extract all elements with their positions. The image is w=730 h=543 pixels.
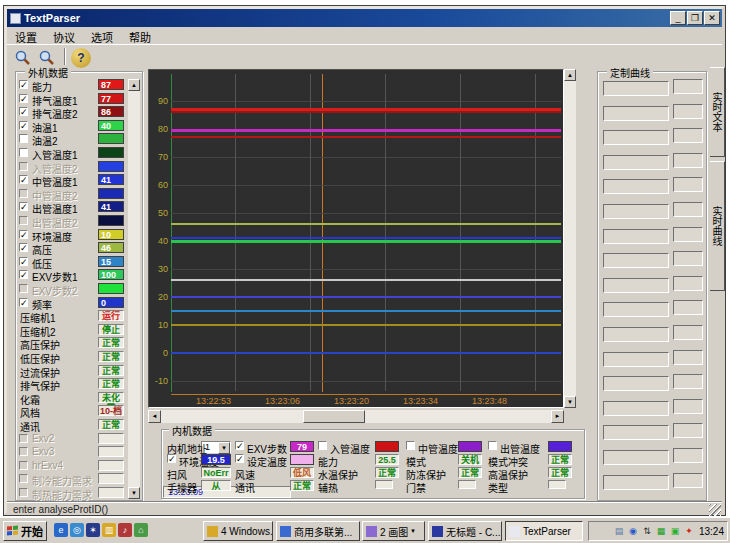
close-button[interactable]: ✕: [704, 11, 720, 25]
curve-value-slot[interactable]: [673, 177, 703, 192]
checkbox[interactable]: [19, 474, 28, 483]
curve-slot[interactable]: [603, 179, 669, 194]
dropdown-arrow-icon[interactable]: ▾: [411, 527, 415, 535]
curve-slot[interactable]: [603, 278, 669, 293]
scroll-up-icon[interactable]: ▲: [564, 69, 576, 81]
scroll-left-icon[interactable]: ◄: [148, 410, 161, 423]
checkbox[interactable]: ✓: [19, 230, 28, 239]
msn-icon[interactable]: ✶: [86, 523, 100, 537]
checkbox[interactable]: ✓: [19, 243, 28, 252]
curve-slot[interactable]: [603, 401, 669, 416]
task-button[interactable]: 商用多联第...: [276, 521, 360, 541]
curve-slot[interactable]: [603, 130, 669, 145]
curve-value-slot[interactable]: [673, 399, 703, 414]
curve-slot[interactable]: [603, 204, 669, 219]
start-button[interactable]: 开始: [3, 521, 47, 541]
tab-realtime-text[interactable]: 实时文本: [710, 67, 725, 157]
curve-value-slot[interactable]: [673, 350, 703, 365]
curve-slot[interactable]: [603, 475, 669, 490]
checkbox[interactable]: [318, 441, 327, 450]
checkbox[interactable]: ✓: [19, 202, 28, 211]
scroll-down-icon[interactable]: ▼: [564, 396, 576, 408]
curve-value-slot[interactable]: [673, 128, 703, 143]
chart-vscrollbar[interactable]: ▲ ▼: [564, 69, 576, 408]
curve-slot[interactable]: [603, 229, 669, 244]
menu-item[interactable]: 协议: [45, 28, 83, 44]
checkbox[interactable]: ✓: [19, 80, 28, 89]
curve-value-slot[interactable]: [673, 104, 703, 119]
globe-icon[interactable]: ◉: [627, 525, 639, 537]
outdoor-scrollbar[interactable]: ▲ ▼: [128, 79, 140, 499]
checkbox[interactable]: ✓: [19, 298, 28, 307]
curve-slot[interactable]: [603, 155, 669, 170]
curve-value-slot[interactable]: [673, 325, 703, 340]
scroll-up-icon[interactable]: ▲: [128, 79, 140, 91]
maximize-button[interactable]: ❐: [687, 11, 703, 25]
checkbox[interactable]: ✓: [235, 454, 244, 463]
curve-value-slot[interactable]: [673, 227, 703, 242]
checkbox[interactable]: [19, 216, 28, 225]
title-bar[interactable]: TextParser _ ❐ ✕: [7, 9, 722, 27]
curve-value-slot[interactable]: [673, 374, 703, 389]
green-network-icon[interactable]: ▣: [669, 525, 681, 537]
red-alert-icon[interactable]: ✦: [683, 525, 695, 537]
mail-icon[interactable]: ⌂: [134, 523, 148, 537]
folder-icon[interactable]: ▥: [102, 523, 116, 537]
menu-item[interactable]: 选项: [83, 28, 121, 44]
curve-value-slot[interactable]: [673, 276, 703, 291]
chart-hscrollbar[interactable]: ◄ ►: [148, 410, 564, 423]
checkbox[interactable]: [19, 488, 28, 497]
curve-slot[interactable]: [603, 327, 669, 342]
curve-value-slot[interactable]: [673, 153, 703, 168]
checkbox[interactable]: ✓: [19, 270, 28, 279]
tab-realtime-curve[interactable]: 实时曲线: [710, 161, 725, 291]
task-button[interactable]: 无标题 - C...: [428, 521, 502, 541]
task-button[interactable]: 2 画图▾: [362, 521, 425, 541]
curve-value-slot[interactable]: [673, 473, 703, 488]
checkbox[interactable]: ✓: [19, 94, 28, 103]
help-button[interactable]: ?: [71, 48, 91, 68]
curve-value-slot[interactable]: [673, 202, 703, 217]
task-button[interactable]: 4 Windows...▾: [203, 521, 273, 541]
curve-slot[interactable]: [603, 450, 669, 465]
browser-icon[interactable]: ◎: [70, 523, 84, 537]
checkbox[interactable]: [19, 447, 28, 456]
key-icon[interactable]: ♪: [118, 523, 132, 537]
green-chart-icon[interactable]: ▦: [655, 525, 667, 537]
checkbox[interactable]: ✓: [19, 107, 28, 116]
checkbox[interactable]: [19, 461, 28, 470]
printer-icon[interactable]: ▤: [613, 525, 625, 537]
curve-value-slot[interactable]: [673, 448, 703, 463]
checkbox[interactable]: [19, 284, 28, 293]
checkbox[interactable]: ✓: [19, 257, 28, 266]
curve-slot[interactable]: [603, 376, 669, 391]
checkbox[interactable]: ✓: [167, 454, 176, 463]
checkbox[interactable]: [19, 189, 28, 198]
curve-slot[interactable]: [603, 253, 669, 268]
minimize-button[interactable]: _: [670, 11, 686, 25]
resize-grip[interactable]: [709, 504, 721, 516]
ie-icon[interactable]: e: [54, 523, 68, 537]
updown-arrows-icon[interactable]: ⇅: [641, 525, 653, 537]
checkbox[interactable]: [19, 148, 28, 157]
checkbox[interactable]: [488, 441, 497, 450]
curve-value-slot[interactable]: [673, 251, 703, 266]
checkbox[interactable]: ✓: [19, 121, 28, 130]
curve-value-slot[interactable]: [673, 300, 703, 315]
curve-slot[interactable]: [603, 302, 669, 317]
checkbox[interactable]: ✓: [235, 441, 244, 450]
scrollbar-thumb[interactable]: [303, 410, 365, 423]
curve-slot[interactable]: [603, 106, 669, 121]
checkbox[interactable]: ✓: [19, 175, 28, 184]
scroll-right-icon[interactable]: ►: [551, 410, 564, 423]
menu-item[interactable]: 帮助: [121, 28, 159, 44]
task-button[interactable]: TextParser: [505, 521, 583, 541]
menu-item[interactable]: 设置: [7, 28, 45, 44]
curve-value-slot[interactable]: [673, 79, 703, 94]
checkbox[interactable]: [406, 441, 415, 450]
checkbox[interactable]: [19, 434, 28, 443]
curve-slot[interactable]: [603, 425, 669, 440]
scroll-down-icon[interactable]: ▼: [128, 487, 140, 499]
curve-value-slot[interactable]: [673, 423, 703, 438]
checkbox[interactable]: [19, 162, 28, 171]
